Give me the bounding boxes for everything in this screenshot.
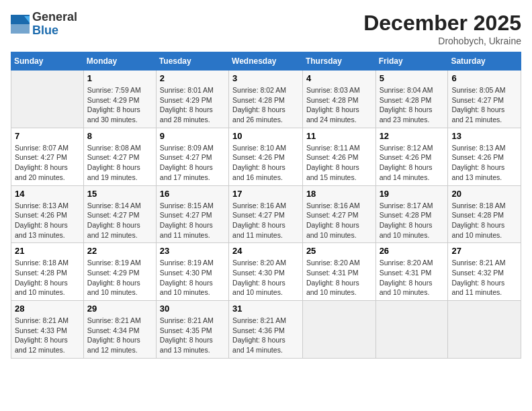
sunrise-label: Sunrise: 8:19 AM [87,259,141,267]
day-number: 21 [15,246,80,256]
sunrise-label: Sunrise: 8:18 AM [15,259,69,267]
day-info: Sunrise: 8:03 AM Sunset: 4:28 PM Dayligh… [306,85,372,125]
daylight-label: Daylight: 8 hours and 19 minutes. [87,163,140,181]
sunrise-label: Sunrise: 8:14 AM [87,201,141,210]
calendar-header: SundayMondayTuesdayWednesdayThursdayFrid… [11,52,521,71]
sunrise-label: Sunrise: 8:21 AM [87,316,141,324]
calendar-cell: 9 Sunrise: 8:09 AM Sunset: 4:27 PM Dayli… [156,128,228,185]
day-number: 12 [380,131,445,141]
sunset-label: Sunset: 4:28 PM [232,96,285,104]
calendar-cell: 29 Sunrise: 8:21 AM Sunset: 4:34 PM Dayl… [83,301,156,359]
sunset-label: Sunset: 4:27 PM [160,153,212,161]
calendar-cell: 18 Sunrise: 8:16 AM Sunset: 4:27 PM Dayl… [302,185,375,243]
day-number: 9 [160,131,225,141]
weekday-header: Sunday [11,52,84,71]
day-info: Sunrise: 8:13 AM Sunset: 4:26 PM Dayligh… [15,201,80,240]
sunrise-label: Sunrise: 8:15 AM [160,201,214,210]
day-number: 13 [451,131,517,141]
calendar-cell: 5 Sunrise: 8:04 AM Sunset: 4:28 PM Dayli… [375,71,448,128]
calendar-cell: 8 Sunrise: 8:08 AM Sunset: 4:27 PM Dayli… [83,128,156,185]
calendar-cell: 4 Sunrise: 8:03 AM Sunset: 4:28 PM Dayli… [302,71,375,128]
day-number: 24 [232,246,299,256]
weekday-header: Thursday [302,52,375,71]
sunset-label: Sunset: 4:28 PM [306,96,359,104]
daylight-label: Daylight: 8 hours and 13 minutes. [15,221,68,239]
month-title: December 2025 [363,11,521,36]
weekday-row: SundayMondayTuesdayWednesdayThursdayFrid… [11,52,521,71]
day-number: 17 [232,189,299,199]
calendar-cell: 28 Sunrise: 8:21 AM Sunset: 4:33 PM Dayl… [11,301,84,359]
sunset-label: Sunset: 4:26 PM [306,153,359,161]
day-number: 8 [87,131,152,141]
sunrise-label: Sunrise: 8:01 AM [160,86,214,94]
calendar-cell: 26 Sunrise: 8:20 AM Sunset: 4:31 PM Dayl… [375,243,448,301]
sunset-label: Sunset: 4:29 PM [160,96,212,104]
calendar-table: SundayMondayTuesdayWednesdayThursdayFrid… [11,52,521,359]
day-number: 26 [380,246,445,256]
sunset-label: Sunset: 4:26 PM [380,153,432,161]
sunrise-label: Sunrise: 8:08 AM [87,144,141,152]
location: Drohobych, Ukraine [363,36,521,46]
title-area: December 2025 Drohobych, Ukraine [363,11,521,46]
daylight-label: Daylight: 8 hours and 10 minutes. [451,221,504,239]
sunrise-label: Sunrise: 8:17 AM [380,201,433,210]
daylight-label: Daylight: 8 hours and 14 minutes. [380,163,433,181]
sunrise-label: Sunrise: 8:20 AM [232,259,286,267]
day-info: Sunrise: 8:21 AM Sunset: 4:36 PM Dayligh… [232,316,299,355]
sunset-label: Sunset: 4:31 PM [306,269,359,277]
day-info: Sunrise: 8:21 AM Sunset: 4:33 PM Dayligh… [15,316,80,355]
sunset-label: Sunset: 4:30 PM [232,269,285,277]
calendar-week-row: 14 Sunrise: 8:13 AM Sunset: 4:26 PM Dayl… [11,185,521,243]
sunset-label: Sunset: 4:27 PM [87,211,140,219]
daylight-label: Daylight: 8 hours and 28 minutes. [160,105,213,124]
daylight-label: Daylight: 8 hours and 30 minutes. [87,105,140,124]
sunset-label: Sunset: 4:35 PM [160,326,212,334]
day-info: Sunrise: 8:07 AM Sunset: 4:27 PM Dayligh… [15,143,80,183]
day-info: Sunrise: 8:08 AM Sunset: 4:27 PM Dayligh… [87,143,152,183]
logo: General Blue [11,11,77,38]
day-info: Sunrise: 8:05 AM Sunset: 4:27 PM Dayligh… [451,85,517,125]
day-number: 28 [15,304,80,314]
day-number: 5 [380,73,445,83]
weekday-header: Wednesday [229,52,303,71]
day-number: 2 [160,73,225,83]
sunrise-label: Sunrise: 8:21 AM [232,316,286,324]
day-info: Sunrise: 8:19 AM Sunset: 4:30 PM Dayligh… [160,258,225,298]
day-info: Sunrise: 8:09 AM Sunset: 4:27 PM Dayligh… [160,143,225,183]
sunset-label: Sunset: 4:27 PM [451,96,504,104]
day-number: 3 [232,73,299,83]
sunset-label: Sunset: 4:26 PM [15,211,67,219]
calendar-cell: 31 Sunrise: 8:21 AM Sunset: 4:36 PM Dayl… [229,301,303,359]
sunrise-label: Sunrise: 8:11 AM [306,144,360,152]
calendar-cell: 20 Sunrise: 8:18 AM Sunset: 4:28 PM Dayl… [448,185,521,243]
calendar-cell: 24 Sunrise: 8:20 AM Sunset: 4:30 PM Dayl… [229,243,303,301]
sunrise-label: Sunrise: 8:02 AM [232,86,286,94]
calendar-cell: 21 Sunrise: 8:18 AM Sunset: 4:28 PM Dayl… [11,243,84,301]
daylight-label: Daylight: 8 hours and 11 minutes. [232,221,285,239]
calendar-cell: 23 Sunrise: 8:19 AM Sunset: 4:30 PM Dayl… [156,243,228,301]
day-info: Sunrise: 8:21 AM Sunset: 4:34 PM Dayligh… [87,316,152,355]
daylight-label: Daylight: 8 hours and 10 minutes. [160,279,213,297]
calendar-cell: 7 Sunrise: 8:07 AM Sunset: 4:27 PM Dayli… [11,128,84,185]
day-number: 15 [87,189,152,199]
day-info: Sunrise: 8:21 AM Sunset: 4:35 PM Dayligh… [160,316,225,355]
day-number: 23 [160,246,225,256]
sunrise-label: Sunrise: 8:07 AM [15,144,69,152]
calendar-cell: 25 Sunrise: 8:20 AM Sunset: 4:31 PM Dayl… [302,243,375,301]
day-info: Sunrise: 8:02 AM Sunset: 4:28 PM Dayligh… [232,85,299,125]
calendar-cell: 2 Sunrise: 8:01 AM Sunset: 4:29 PM Dayli… [156,71,228,128]
daylight-label: Daylight: 8 hours and 12 minutes. [87,336,140,354]
daylight-label: Daylight: 8 hours and 20 minutes. [15,163,68,181]
calendar-week-row: 21 Sunrise: 8:18 AM Sunset: 4:28 PM Dayl… [11,243,521,301]
sunset-label: Sunset: 4:33 PM [15,326,67,334]
day-info: Sunrise: 8:19 AM Sunset: 4:29 PM Dayligh… [87,258,152,298]
sunset-label: Sunset: 4:29 PM [87,269,140,277]
sunset-label: Sunset: 4:30 PM [160,269,212,277]
logo-text: General Blue [32,11,77,38]
calendar-cell: 1 Sunrise: 7:59 AM Sunset: 4:29 PM Dayli… [83,71,156,128]
daylight-label: Daylight: 8 hours and 10 minutes. [15,279,68,297]
sunset-label: Sunset: 4:27 PM [232,211,285,219]
day-number: 16 [160,189,225,199]
day-number: 11 [306,131,372,141]
sunrise-label: Sunrise: 8:18 AM [451,201,505,210]
